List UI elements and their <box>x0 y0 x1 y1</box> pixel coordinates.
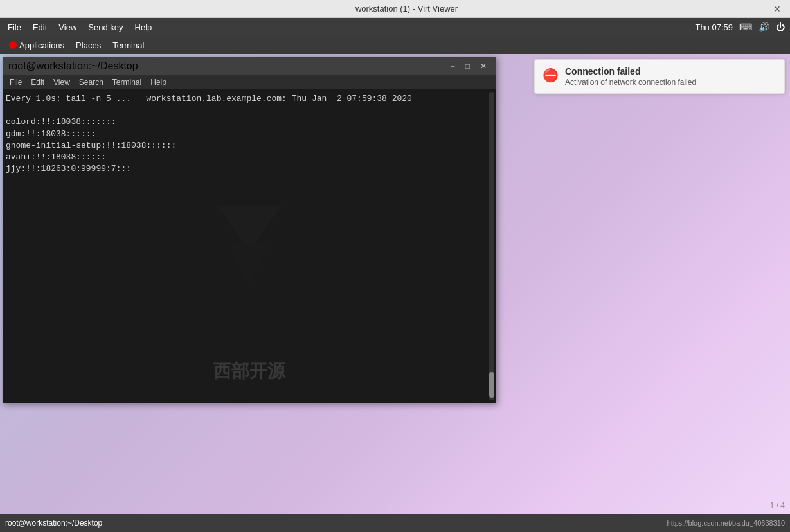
menu-send-key[interactable]: Send key <box>83 21 128 33</box>
keyboard-icon[interactable]: ⌨ <box>739 22 752 32</box>
terminal-menu[interactable]: Terminal <box>107 39 149 51</box>
menu-file[interactable]: File <box>3 21 26 33</box>
vm-maximize-button[interactable]: □ <box>462 60 474 72</box>
notification-title: Connection failed <box>565 66 777 76</box>
menu-help[interactable]: Help <box>130 21 157 33</box>
terminal-menubar: File Edit View Search Terminal Help <box>3 75 496 89</box>
virt-viewer-titlebar: workstation (1) - Virt Viewer ✕ <box>0 0 790 18</box>
vm-titlebar-title: root@workstation:~/Desktop <box>8 60 138 72</box>
menu-view[interactable]: View <box>53 21 82 33</box>
power-icon[interactable]: ⏻ <box>776 22 785 32</box>
statusbar-url: https://blog.csdn.net/baidu_40638310 <box>667 519 785 527</box>
svg-marker-0 <box>217 206 282 251</box>
connection-failed-icon: ⛔ <box>543 67 559 83</box>
volume-icon[interactable]: 🔊 <box>759 22 769 32</box>
svg-marker-1 <box>230 245 269 283</box>
notification-content: Connection failed Activation of network … <box>565 66 777 87</box>
watermark-logo <box>211 200 288 292</box>
desktop: root@workstation:~/Desktop − □ ✕ File Ed… <box>0 54 790 514</box>
term-menu-edit[interactable]: Edit <box>27 76 48 88</box>
terminal-scrollbar[interactable] <box>489 92 494 400</box>
places-menu[interactable]: Places <box>71 39 106 51</box>
vm-window: root@workstation:~/Desktop − □ ✕ File Ed… <box>3 57 496 403</box>
vm-titlebar: root@workstation:~/Desktop − □ ✕ <box>3 57 496 75</box>
menu-edit[interactable]: Edit <box>28 21 52 33</box>
gnome-logo <box>9 41 17 49</box>
statusbar: root@workstation:~/Desktop https://blog.… <box>0 514 790 532</box>
terminal-text: Every 1.0s: tail -n 5 ... workstation.la… <box>6 93 493 175</box>
app-menubar: File Edit View Send key Help Thu 07:59 ⌨… <box>0 18 790 36</box>
notification-panel: ⛔ Connection failed Activation of networ… <box>534 59 785 94</box>
notification-body: Activation of network connection failed <box>565 78 777 87</box>
term-menu-help[interactable]: Help <box>147 76 170 88</box>
virt-viewer-title: workstation (1) - Virt Viewer <box>44 4 769 13</box>
close-button[interactable]: ✕ <box>769 3 785 15</box>
applications-label: Applications <box>19 40 64 50</box>
applications-menu[interactable]: Applications <box>4 39 69 51</box>
watermark-text: 西部开源 <box>213 359 285 384</box>
term-menu-view[interactable]: View <box>49 76 74 88</box>
vm-close-button[interactable]: ✕ <box>476 60 490 72</box>
vm-minimize-button[interactable]: − <box>447 60 459 72</box>
gnome-topbar: Applications Places Terminal <box>0 36 790 54</box>
term-menu-terminal[interactable]: Terminal <box>109 76 145 88</box>
statusbar-path: root@workstation:~/Desktop <box>5 519 102 528</box>
term-menu-search[interactable]: Search <box>75 76 107 88</box>
system-time: Thu 07:59 <box>695 22 733 32</box>
page-indicator: 1 / 4 <box>770 501 785 510</box>
term-menu-file[interactable]: File <box>6 76 26 88</box>
terminal-content[interactable]: Every 1.0s: tail -n 5 ... workstation.la… <box>3 89 496 403</box>
scrollbar-thumb[interactable] <box>489 372 494 398</box>
